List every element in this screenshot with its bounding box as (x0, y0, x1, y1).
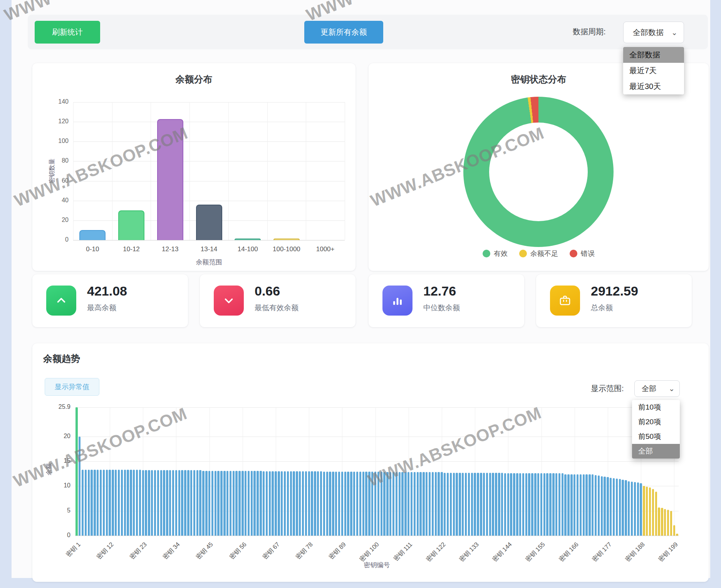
trend-bar (320, 471, 322, 536)
balance-trend-card: 余额趋势 显示异常值 显示范围: 全部 ⌄ 前10项前20项前50项全部 余额 … (32, 343, 709, 582)
trend-bar (293, 471, 295, 536)
trend-bar (676, 534, 678, 536)
trend-bar (284, 471, 286, 536)
trend-bar (230, 471, 231, 536)
gridline (75, 511, 679, 511)
trend-bar (414, 472, 416, 536)
x-tick-label: 14-100 (228, 245, 267, 253)
bar-14-100 (235, 239, 261, 240)
display-range-dropdown-menu: 前10项前20项前50项全部 (632, 400, 680, 459)
trend-bar (241, 471, 243, 536)
trend-bar (549, 473, 551, 536)
x-tick-label: 0-10 (73, 245, 112, 253)
trend-bar (100, 470, 102, 536)
x-tick-label: 密钥 155 (524, 541, 547, 563)
menu-item-period-option[interactable]: 最近30天 (623, 79, 684, 94)
x-tick-label: 密钥 188 (624, 541, 646, 563)
menu-item-period-option[interactable]: 全部数据 (623, 47, 684, 63)
menu-item-range-option[interactable]: 前50项 (632, 429, 680, 444)
trend-bar (604, 477, 605, 536)
trend-bar (305, 471, 307, 536)
toolbar: 刷新统计 更新所有余额 数据周期: 全部数据 ⌄ (28, 15, 708, 49)
trend-bar (272, 471, 273, 536)
trend-bar (211, 471, 213, 536)
trend-bar (468, 473, 470, 536)
y-tick-label: 60 (49, 177, 69, 184)
trend-bar (592, 474, 594, 536)
trend-bar (338, 472, 340, 536)
key-status-legend: 有效余额不足错误 (369, 249, 709, 258)
trend-bar (546, 473, 548, 536)
stat-card-min-valid-balance: 0.66 最低有效余额 (200, 274, 355, 327)
trend-bar (208, 471, 210, 536)
trend-bar (202, 471, 204, 536)
trend-bar (353, 472, 355, 536)
trend-bar (121, 470, 123, 536)
show-anomalies-button[interactable]: 显示异常值 (45, 378, 99, 396)
menu-item-range-option[interactable]: 前10项 (632, 400, 680, 415)
trend-bar (124, 470, 126, 536)
gridline (189, 102, 190, 240)
display-range-select[interactable]: 全部 ⌄ (634, 380, 680, 397)
gridline (73, 102, 74, 240)
trend-bar (127, 470, 129, 536)
trend-bar (97, 470, 99, 536)
trend-bar (217, 471, 219, 536)
gridline (112, 102, 112, 240)
x-tick-label: 密钥 199 (657, 541, 680, 563)
trend-bar (160, 470, 162, 536)
x-tick-label: 密钥 89 (327, 541, 348, 561)
trend-bar (139, 470, 141, 536)
legend-label: 错误 (581, 249, 595, 258)
trend-bar (91, 470, 92, 536)
bar-chart-icon (382, 286, 412, 316)
trend-bar (667, 510, 669, 536)
bar-10-12 (118, 210, 144, 240)
trend-bar (634, 482, 636, 536)
legend-label: 余额不足 (530, 249, 558, 258)
x-tick-label: 密钥 111 (392, 541, 414, 563)
trend-bar (447, 473, 449, 536)
data-period-select[interactable]: 全部数据 ⌄ (623, 22, 684, 43)
trend-bar (344, 472, 346, 536)
trend-bar (296, 471, 298, 536)
x-tick-label: 密钥 12 (95, 541, 116, 561)
trend-bar (175, 470, 177, 536)
trend-bar (329, 472, 331, 536)
trend-bar (477, 473, 479, 536)
gridline (75, 437, 679, 437)
trend-bar (166, 470, 168, 536)
trend-bar (154, 470, 156, 536)
stat-label: 最低有效余额 (255, 303, 298, 313)
dashboard-content: 刷新统计 更新所有余额 数据周期: 全部数据 ⌄ 全部数据最近7天最近30天 余… (12, 0, 710, 578)
x-tick-label: 密钥 56 (228, 541, 248, 561)
gridline (75, 536, 679, 536)
trend-bar (181, 470, 183, 536)
trend-bar (381, 472, 382, 536)
trend-bar (386, 472, 388, 536)
trend-bar (528, 473, 530, 536)
trend-bar (429, 472, 431, 536)
stat-card-total-balance: 2912.59 总余额 (536, 274, 692, 327)
menu-item-range-option[interactable]: 全部 (632, 444, 680, 459)
trend-bar (278, 471, 280, 536)
gridline (73, 240, 345, 240)
trend-bar (85, 470, 87, 536)
trend-bar (411, 472, 412, 536)
y-tick-label: 0 (50, 532, 70, 539)
x-tick-label: 密钥 166 (557, 541, 580, 563)
gridline (306, 102, 306, 240)
x-tick-label: 13-14 (189, 245, 228, 253)
refresh-stats-button[interactable]: 刷新统计 (35, 21, 100, 44)
update-all-balances-button[interactable]: 更新所有余额 (304, 21, 383, 44)
y-tick-label: 120 (49, 118, 69, 125)
y-tick-label: 100 (49, 138, 69, 144)
trend-bar (112, 470, 114, 536)
trend-bar (673, 525, 675, 536)
menu-item-period-option[interactable]: 最近7天 (623, 63, 684, 79)
menu-item-range-option[interactable]: 前20项 (632, 415, 680, 429)
trend-bar (223, 471, 225, 536)
trend-bar (82, 470, 84, 536)
data-period-dropdown-menu: 全部数据最近7天最近30天 (623, 47, 684, 94)
trend-bar (558, 473, 560, 536)
